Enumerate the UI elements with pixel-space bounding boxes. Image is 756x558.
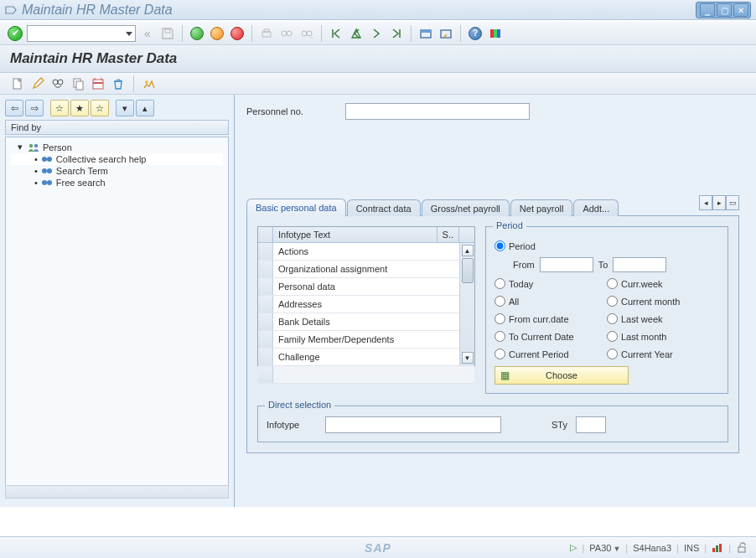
tree-caret-icon[interactable]: ▾	[18, 142, 26, 152]
status-activity-icon[interactable]	[712, 543, 723, 553]
tab-gross-net[interactable]: Gross/net payroll	[422, 199, 510, 216]
find-button[interactable]	[278, 25, 295, 42]
tree-node-person[interactable]: ▾ Person	[11, 141, 223, 153]
close-button[interactable]: ✕	[733, 3, 748, 17]
table-row[interactable]: Family Member/Dependents	[258, 331, 474, 349]
status-mode[interactable]: INS	[684, 543, 699, 553]
tab-scroll-left[interactable]: ◂	[699, 195, 712, 210]
row-header[interactable]	[258, 331, 273, 348]
tab-scroll-right[interactable]: ▸	[712, 195, 726, 210]
tree-label: Search Term	[56, 166, 108, 176]
status-tcode[interactable]: PA30▼	[589, 543, 620, 553]
copy-button[interactable]	[70, 76, 85, 91]
personnel-no-input[interactable]	[345, 103, 530, 120]
last-page-button[interactable]	[388, 25, 405, 42]
expand-all-button[interactable]: ▾	[116, 100, 134, 116]
svg-point-5	[302, 31, 307, 36]
maximize-button[interactable]: ▢	[717, 3, 732, 17]
system-toolbar: ✔ « ?	[0, 20, 756, 45]
table-row[interactable]: Organizational assignment	[258, 261, 474, 278]
delete-button[interactable]	[111, 76, 126, 91]
tree-node-search-term[interactable]: • Search Term	[11, 165, 223, 177]
radio-curr-week[interactable]: Curr.week	[607, 275, 719, 292]
status-lock-icon[interactable]	[736, 542, 748, 554]
display-button[interactable]	[50, 76, 65, 91]
row-header[interactable]	[258, 278, 273, 295]
tab-contract-data[interactable]: Contract data	[347, 199, 421, 216]
window-menu-icon[interactable]	[5, 4, 17, 16]
period-from-input[interactable]	[540, 257, 593, 272]
delimit-button[interactable]	[91, 76, 106, 91]
tree-node-collective-search[interactable]: • Collective search help	[11, 153, 223, 165]
choose-button[interactable]: ▦ Choose	[495, 366, 629, 385]
status-system[interactable]: S4Hana3	[633, 543, 671, 553]
overview-button[interactable]	[142, 76, 157, 91]
row-header[interactable]	[258, 349, 273, 365]
create-button[interactable]	[10, 76, 25, 91]
radio-from-curr[interactable]: From curr.date	[495, 310, 607, 328]
change-button[interactable]	[30, 76, 45, 91]
fav-add-icon[interactable]: ☆	[50, 100, 69, 116]
svg-point-6	[307, 31, 312, 36]
collapse-all-button[interactable]: ▴	[136, 100, 154, 116]
tab-list-button[interactable]: ▭	[726, 195, 739, 210]
radio-today[interactable]: Today	[495, 275, 607, 292]
nav-back-button[interactable]: ⇦	[5, 100, 23, 116]
save-button[interactable]	[159, 25, 176, 42]
radio-last-month[interactable]: Last month	[607, 328, 719, 345]
prev-page-button[interactable]	[348, 25, 365, 42]
infotype-input[interactable]	[325, 416, 501, 433]
command-field[interactable]	[27, 25, 136, 42]
fav-del-icon[interactable]: ☆	[91, 100, 109, 116]
radio-to-curr[interactable]: To Current Date	[495, 328, 607, 345]
scroll-thumb[interactable]	[462, 258, 474, 283]
col-status[interactable]: S..	[438, 227, 459, 242]
new-session-button[interactable]	[417, 25, 434, 42]
tab-additional[interactable]: Addt...	[573, 199, 619, 216]
fav-icon[interactable]: ★	[70, 100, 89, 116]
period-to-input[interactable]	[613, 257, 666, 272]
find-next-button[interactable]	[298, 25, 315, 42]
back-button[interactable]	[189, 25, 205, 42]
table-row[interactable]: Challenge	[258, 349, 474, 366]
col-infotype-text[interactable]: Infotype Text	[273, 227, 438, 242]
radio-period-input[interactable]	[495, 240, 505, 251]
radio-all[interactable]: All	[495, 292, 607, 310]
toolbar-chevron-left-icon[interactable]: «	[139, 25, 156, 42]
table-row[interactable]: Bank Details	[258, 313, 474, 331]
scroll-up-icon[interactable]: ▲	[462, 245, 474, 256]
radio-curr-period[interactable]: Current Period	[495, 345, 607, 363]
status-arrow-icon[interactable]: ▷	[570, 542, 577, 553]
help-button[interactable]: ?	[467, 25, 484, 42]
radio-curr-month[interactable]: Current month	[607, 292, 719, 310]
shortcut-button[interactable]	[438, 25, 454, 42]
svg-point-21	[29, 143, 33, 147]
direct-selection-group: Direct selection Infotype STy	[257, 406, 728, 442]
table-vscrollbar[interactable]: ▲ ▼	[459, 243, 474, 365]
table-row[interactable]: Addresses	[258, 296, 474, 313]
left-hscrollbar[interactable]	[5, 485, 229, 499]
scroll-down-icon[interactable]: ▼	[462, 352, 474, 364]
row-header[interactable]	[258, 243, 273, 260]
radio-period[interactable]: Period	[495, 237, 719, 255]
first-page-button[interactable]	[328, 25, 344, 42]
nav-forward-button[interactable]: ⇨	[25, 100, 44, 116]
row-header[interactable]	[258, 296, 273, 313]
tab-basic-personal[interactable]: Basic personal data	[246, 199, 346, 216]
cancel-button[interactable]	[229, 25, 246, 42]
table-row[interactable]: Actions	[258, 243, 474, 261]
enter-button[interactable]: ✔	[7, 25, 23, 42]
print-button[interactable]	[258, 25, 275, 42]
row-header[interactable]	[258, 261, 273, 277]
next-page-button[interactable]	[368, 25, 385, 42]
exit-button[interactable]	[209, 25, 225, 42]
table-row[interactable]: Personal data	[258, 278, 474, 296]
tab-net-payroll[interactable]: Net payroll	[510, 199, 573, 216]
sty-input[interactable]	[576, 416, 606, 433]
layout-button[interactable]	[487, 25, 504, 42]
radio-curr-year[interactable]: Current Year	[607, 345, 719, 363]
row-header[interactable]	[258, 313, 273, 330]
tree-node-free-search[interactable]: • Free search	[11, 177, 223, 189]
radio-last-week[interactable]: Last week	[607, 310, 719, 328]
minimize-button[interactable]: ‗	[700, 3, 715, 17]
